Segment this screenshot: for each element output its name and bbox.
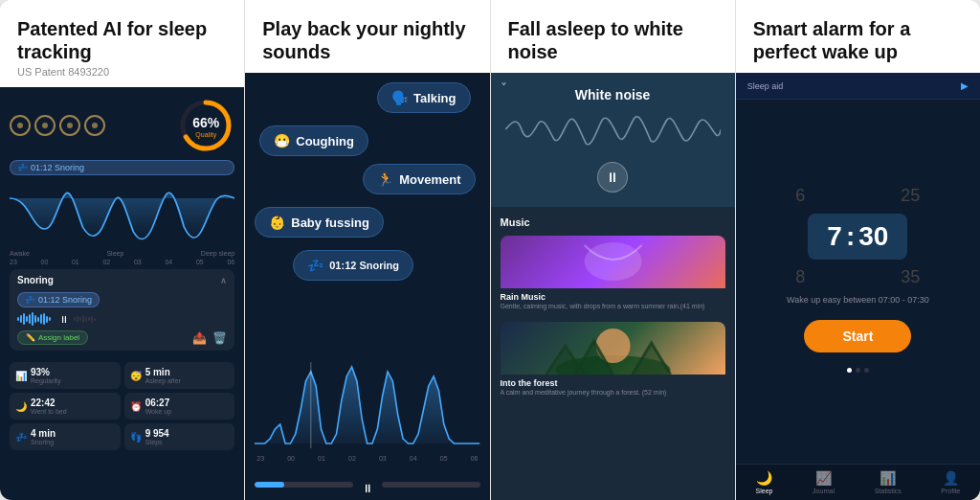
nav-statistics-label: Statistics — [875, 488, 902, 494]
coughing-icon: 😷 — [274, 133, 290, 148]
quality-label: Quality — [192, 131, 219, 138]
music-card-forest[interactable]: Into the forest A calm and meditative jo… — [501, 322, 725, 400]
snoring-wave: ⏸ — [17, 311, 227, 327]
panel3-header: Fall asleep to white noise — [491, 0, 735, 73]
wake-up-text: Wake up easy between 07:00 - 07:30 — [768, 295, 948, 305]
alarm-header-label: Sleep aid — [747, 81, 784, 91]
sound-graph-time: 23 00 01 02 03 04 05 06 — [255, 455, 479, 462]
panel2-header: Play back your nightly sounds — [245, 0, 489, 73]
music-card-rain[interactable]: Rain Music Gentle, calming music, with d… — [501, 236, 725, 314]
pill-talking[interactable]: 🗣️ Talking — [377, 82, 471, 113]
stats-grid: 📊 93% Regularity 😴 5 min Asleep after 🌙 — [10, 362, 234, 450]
panel2-screen: 🗣️ Talking 😷 Coughing 🏃 Movement 👶 Baby … — [245, 73, 489, 500]
snoring-timestamp: 💤 01:12 Snoring — [17, 292, 100, 307]
white-noise-title: White noise — [505, 87, 721, 102]
nav-journal-icon: 📈 — [815, 470, 832, 486]
panel-sleep-tracking: Patented AI for sleep tracking US Patent… — [0, 0, 245, 500]
dot-indicators — [847, 368, 869, 373]
talking-icon: 🗣️ — [391, 90, 408, 105]
panel-white-noise: Fall asleep to white noise ˅ White noise… — [491, 0, 736, 500]
forest-music-text: Into the forest A calm and meditative jo… — [501, 375, 725, 400]
stat-went-to-bed: 🌙 22:42 Went to bed — [10, 393, 121, 420]
pill-coughing[interactable]: 😷 Coughing — [259, 125, 368, 156]
baby-icon: 👶 — [269, 215, 285, 230]
assign-label-btn[interactable]: ✏️ Assign label — [17, 330, 88, 345]
nav-statistics-icon: 📊 — [880, 470, 896, 486]
sound-graph-container: 23 00 01 02 03 04 05 06 — [245, 362, 489, 477]
alarm-top-bar: Sleep aid ▶ — [736, 73, 980, 100]
snoring-title: Snoring ∧ — [17, 275, 227, 285]
pill-baby[interactable]: 👶 Baby fussing — [255, 207, 384, 238]
hour-above: 6 — [795, 186, 805, 206]
sleep-icon-4 — [84, 115, 105, 136]
time-display[interactable]: 7 : 30 — [808, 214, 907, 260]
play-pause-button[interactable]: ⏸ — [597, 162, 628, 193]
svg-point-3 — [92, 123, 98, 128]
min-below: 35 — [901, 267, 920, 287]
nav-statistics[interactable]: 📊 Statistics — [875, 470, 902, 494]
start-button[interactable]: Start — [804, 320, 911, 352]
stat-regularity: 📊 93% Regularity — [10, 362, 121, 389]
panel3-screen: ˅ White noise ⏸ Music — [491, 73, 735, 500]
svg-point-2 — [67, 123, 73, 128]
stat-asleep-after: 😴 5 min Asleep after — [124, 362, 235, 389]
stat-woke-up: ⏰ 06:27 Woke up — [124, 393, 235, 420]
sleep-icon-1 — [10, 115, 31, 136]
nav-journal[interactable]: 📈 Journal — [813, 470, 835, 494]
panel1-header: Patented AI for sleep tracking US Patent… — [0, 0, 244, 87]
time-colon: : — [846, 221, 855, 252]
music-section: Music Rain Music Gentle, calming music, … — [491, 207, 735, 500]
sleep-icon-3 — [59, 115, 80, 136]
panel1-subtitle: US Patent 8493220 — [17, 66, 227, 78]
panel4-title: Smart alarm for a perfect wake up — [753, 17, 963, 63]
time-row-top: 6 25 — [795, 186, 920, 206]
audio-bar-1 — [255, 482, 353, 488]
pill-movement[interactable]: 🏃 Movement — [363, 164, 475, 194]
movement-icon: 🏃 — [377, 171, 393, 187]
nav-profile-icon: 👤 — [943, 470, 959, 486]
min-above: 25 — [901, 186, 920, 206]
dot-2 — [856, 368, 860, 373]
sound-graph-svg — [255, 362, 479, 448]
time-axis: 23 00 01 02 03 04 05 06 — [10, 259, 234, 265]
rain-music-thumbnail — [501, 236, 725, 288]
panel4-screen: Sleep aid ▶ 6 25 7 : 30 8 35 — [736, 73, 980, 500]
nav-profile[interactable]: 👤 Profile — [941, 470, 960, 494]
panel-smart-alarm: Smart alarm for a perfect wake up Sleep … — [736, 0, 980, 500]
forest-music-thumbnail — [501, 322, 725, 375]
panel1-title: Patented AI for sleep tracking — [17, 17, 227, 63]
quality-gauge: 66% Quality — [177, 97, 234, 154]
quality-text: 66% Quality — [192, 114, 219, 138]
sleep-icons — [10, 115, 105, 136]
time-row-bottom: 8 35 — [795, 267, 920, 287]
snoring-icon: 💤 — [307, 258, 323, 273]
music-section-title: Music — [501, 216, 725, 228]
time-picker: 6 25 7 : 30 8 35 Wake up easy between 07… — [736, 100, 980, 464]
chevron-down-icon[interactable]: ˅ — [501, 80, 507, 96]
stat-snoring: 💤 4 min Snoring — [10, 423, 121, 450]
nav-sleep[interactable]: 🌙 Sleep — [756, 470, 773, 494]
hour-below: 8 — [795, 267, 805, 287]
dot-3 — [864, 368, 869, 373]
svg-point-7 — [584, 242, 641, 281]
pill-snoring[interactable]: 💤 01:12 Snoring — [293, 250, 413, 281]
svg-point-0 — [17, 123, 23, 128]
nav-sleep-label: Sleep — [756, 488, 773, 494]
nav-profile-label: Profile — [941, 488, 960, 494]
white-noise-top: ˅ White noise ⏸ — [491, 73, 735, 207]
white-noise-waveform — [505, 110, 721, 148]
panel2-title: Play back your nightly sounds — [262, 17, 472, 63]
audio-bar-2 — [382, 482, 480, 488]
quality-percentage: 66% — [192, 115, 219, 130]
panel1-screen: 66% Quality 💤 01:12 Snoring — [0, 87, 244, 500]
svg-point-1 — [42, 123, 48, 128]
alarm-minute: 30 — [858, 221, 888, 252]
audio-play-icon[interactable]: ⏸ — [362, 482, 373, 495]
panel-nightly-sounds: Play back your nightly sounds 🗣️ Talking… — [245, 0, 490, 500]
alarm-header-arrow-icon[interactable]: ▶ — [961, 80, 969, 91]
bottom-navigation: 🌙 Sleep 📈 Journal 📊 Statistics 👤 Profile — [736, 464, 980, 500]
dot-1 — [847, 368, 852, 373]
app-container: Patented AI for sleep tracking US Patent… — [0, 0, 980, 500]
panel4-header: Smart alarm for a perfect wake up — [736, 0, 980, 73]
snoring-badge: 💤 01:12 Snoring — [10, 160, 234, 175]
